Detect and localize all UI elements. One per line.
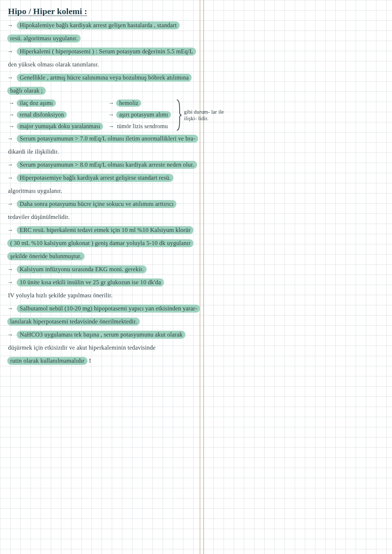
- highlighted-text: major yumuşak doku yaralanması: [17, 123, 103, 130]
- arrow-icon: →: [7, 329, 14, 340]
- arrow-icon: →: [9, 110, 15, 119]
- note-line: → NaHCO3 uygulaması tek başına , serum p…: [7, 329, 240, 340]
- body-text: den yüksek olması olarak tanımlanır.: [7, 61, 99, 68]
- note-line: tedaviler düşünülmelidir.: [7, 212, 240, 223]
- highlighted-text: Kalsiyum infüzyonu sırasında EKG moni. g…: [17, 265, 147, 273]
- highlighted-text: şekilde öneride bulunmuştur.: [7, 252, 85, 260]
- highlighted-text: Daha sonra potasyumu hücre içine sokucu …: [17, 200, 176, 208]
- arrow-icon: →: [7, 277, 14, 288]
- note-line: dikardi ile ilişkilidir.: [7, 146, 240, 157]
- arrow-icon: →: [7, 133, 14, 144]
- highlighted-text: 10 ünite kısa etkili insülin ve 25 gr gl…: [17, 278, 164, 286]
- highlighted-text: aşırı potasyum alımı: [116, 111, 171, 118]
- note-line: resü. algoritması uygulanır.: [7, 33, 240, 44]
- note-line: → Salbutamol nebül (10-20 mg) hipopotase…: [7, 303, 240, 314]
- arrow-icon: →: [9, 98, 15, 108]
- note-line: ( 30 mL %10 kalsiyum glukonat ) geniş da…: [7, 238, 240, 249]
- arrow-icon: →: [7, 159, 14, 170]
- brace-note: gibi durum- lar ile ilişki- lidir.: [184, 109, 224, 122]
- highlighted-text: renal disfonksiyon: [17, 111, 67, 118]
- arrow-icon: →: [7, 225, 14, 236]
- note-line: → Kalsiyum infüzyonu sırasında EKG moni.…: [7, 264, 240, 275]
- note-line: rutin olarak kullanılmamalıdır !: [7, 355, 240, 366]
- highlighted-text: Serum potasyumunun > 8.0 mEq/L olması ka…: [17, 161, 197, 169]
- highlighted-text: lanılarak hiperpotasemi tedavisinde öner…: [7, 318, 140, 326]
- note-line: den yüksek olması olarak tanımlanır.: [7, 59, 240, 70]
- note-line: → Serum potasyumunun > 8.0 mEq/L olması …: [7, 159, 240, 170]
- note-line: algoritması uygulanır.: [7, 186, 240, 196]
- note-line: → Serum potasyumunun > 7.0 mEq/L olması …: [7, 133, 240, 144]
- page-title: Hipo / Hiper kolemi :: [8, 7, 240, 16]
- arrow-icon: →: [7, 72, 14, 83]
- highlighted-text: hemoliz: [116, 99, 141, 107]
- note-line: IV yoluyla hızlı şekilde yapılması öneri…: [7, 290, 240, 301]
- arrow-icon: →: [7, 264, 14, 275]
- note-line: → Genellikle , artmış hücre salınımına v…: [7, 72, 240, 83]
- arrow-icon: →: [7, 172, 14, 183]
- arrow-icon: →: [7, 46, 14, 57]
- note-line: → ERC resü. hiperkalemi tedavi etmek içi…: [7, 225, 240, 236]
- arrow-icon: →: [108, 122, 115, 131]
- note-line: → Daha sonra potasyumu hücre içine sokuc…: [7, 199, 240, 209]
- cause-col-left: →ilaç doz aşımı →renal disfonksiyon →maj…: [9, 98, 103, 131]
- highlighted-text: ERC resü. hiperkalemi tedavi etmek için …: [17, 226, 193, 234]
- highlighted-text: resü. algoritması uygulanır.: [7, 34, 81, 42]
- note-line: düşürmek için etkisizdir ve akut hiperka…: [7, 342, 240, 353]
- note-line: → Hiperpotasemiye bağlı kardiyak arrest …: [7, 172, 240, 183]
- body-text: algoritması uygulanır.: [7, 187, 62, 194]
- highlighted-text: Genellikle , artmış hücre salınımına vey…: [17, 74, 192, 82]
- body-text: tedaviler düşünülmelidir.: [7, 213, 70, 220]
- highlighted-text: ilaç doz aşımı: [17, 99, 56, 107]
- highlighted-text: Serum potasyumunun > 7.0 mEq/L olması il…: [17, 135, 198, 143]
- body-text: dikardi ile ilişkilidir.: [7, 148, 59, 155]
- highlighted-text: Salbutamol nebül (10-20 mg) hipopotasemi…: [17, 305, 200, 313]
- body-text: düşürmek için etkisizdir ve akut hiperka…: [7, 344, 156, 351]
- note-line: → 10 ünite kısa etkili insülin ve 25 gr …: [7, 277, 240, 288]
- note-line: bağlı olarak ;: [7, 85, 240, 96]
- arrow-icon: →: [108, 110, 115, 119]
- arrow-icon: →: [7, 199, 14, 209]
- curly-brace-icon: gibi durum- lar ile ilişki- lidir.: [176, 98, 224, 131]
- highlighted-text: rutin olarak kullanılmamalıdır: [7, 357, 87, 365]
- cause-list: →ilaç doz aşımı →renal disfonksiyon →maj…: [9, 98, 240, 131]
- exclamation-icon: !: [89, 357, 91, 364]
- arrow-icon: →: [7, 20, 14, 31]
- arrow-icon: →: [7, 303, 14, 314]
- note-line: → Hipokalemiye bağlı kardiyak arrest gel…: [7, 20, 240, 31]
- body-text: tümör lizis sendromu: [116, 123, 168, 129]
- note-line: → Hiperkalemi ( hiperpotasemi ) : Serum …: [7, 46, 240, 57]
- cause-col-right: →hemoliz →aşırı potasyum alımı →tümör li…: [108, 98, 171, 131]
- note-page: Hipo / Hiper kolemi : → Hipokalemiye bağ…: [0, 0, 247, 366]
- highlighted-text: bağlı olarak ;: [7, 87, 46, 95]
- highlighted-text: Hipokalemiye bağlı kardiyak arrest geliş…: [17, 21, 179, 29]
- highlighted-text: Hiperpotasemiye bağlı kardiyak arrest ge…: [17, 174, 173, 182]
- highlighted-text: ( 30 mL %10 kalsiyum glukonat ) geniş da…: [7, 239, 193, 247]
- arrow-icon: →: [108, 98, 115, 108]
- highlighted-text: NaHCO3 uygulaması tek başına , serum pot…: [17, 331, 185, 339]
- body-text: IV yoluyla hızlı şekilde yapılması öneri…: [7, 292, 113, 299]
- note-line: şekilde öneride bulunmuştur.: [7, 251, 240, 262]
- arrow-icon: →: [9, 122, 15, 131]
- highlighted-text: Hiperkalemi ( hiperpotasemi ) : Serum po…: [17, 48, 196, 56]
- note-line: lanılarak hiperpotasemi tedavisinde öner…: [7, 316, 240, 327]
